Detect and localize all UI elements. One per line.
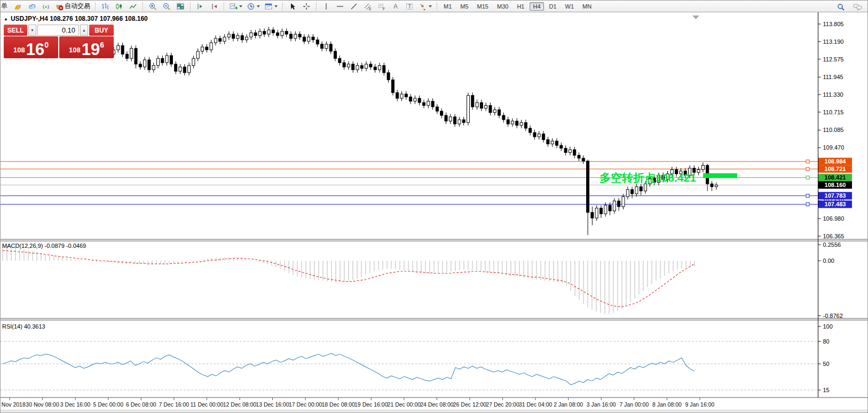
equidistant-channel-tool[interactable]: E (361, 1, 374, 12)
toolbar-separator (190, 2, 191, 11)
hline-handle[interactable] (806, 167, 809, 170)
tile-windows-icon[interactable] (174, 1, 187, 12)
add-indicator-button[interactable] (227, 1, 244, 12)
one-click-trading-panel: SELL ▼ ▲ BUY 108 16 0 108 19 6 (4, 25, 114, 58)
svg-text:113.805: 113.805 (823, 21, 844, 27)
timeframe-M1[interactable]: M1 (440, 2, 455, 11)
svg-text:9 Jan 16:00: 9 Jan 16:00 (685, 401, 715, 408)
rsi-label: RSI(14) 40.3613 (2, 323, 45, 330)
svg-text:109.470: 109.470 (823, 144, 845, 151)
svg-text:108.721: 108.721 (825, 166, 846, 172)
current-price-tag[interactable]: 108.160 (818, 181, 852, 189)
svg-text:80: 80 (823, 338, 830, 345)
auto-scroll-icon[interactable] (194, 1, 207, 12)
svg-text:T: T (408, 3, 412, 10)
rsi-line (3, 353, 695, 385)
arrows-tool[interactable] (417, 1, 433, 12)
toolbar-separator (224, 2, 224, 11)
svg-text:7 Dec 16:00: 7 Dec 16:00 (159, 401, 190, 408)
search-icon[interactable] (834, 2, 847, 12)
collapse-icon[interactable]: ▲ (4, 17, 8, 21)
buy-price-display[interactable]: 108 19 6 (59, 36, 114, 58)
svg-text:107.483: 107.483 (825, 201, 846, 207)
hline-handle[interactable] (806, 160, 809, 163)
zoom-in-icon[interactable] (146, 1, 159, 12)
signal-icon[interactable] (40, 1, 52, 12)
svg-text:30 Nov 08:00: 30 Nov 08:00 (26, 401, 59, 408)
candlesticks (113, 27, 718, 236)
new-order-button[interactable]: 单 (0, 1, 11, 12)
new-order-label: 单 (1, 2, 7, 11)
svg-text:111.330: 111.330 (823, 91, 843, 98)
volume-increase-button[interactable]: ▲ (80, 25, 88, 36)
svg-text:0.00: 0.00 (823, 258, 834, 264)
svg-text:111.945: 111.945 (823, 74, 843, 80)
template-button[interactable] (263, 1, 279, 12)
toolbar-separator (282, 2, 283, 11)
timeframe-M5[interactable]: M5 (457, 2, 471, 11)
svg-text:112.575: 112.575 (823, 56, 844, 63)
price-level-tag[interactable]: 108.721 (818, 165, 852, 173)
volume-decrease-button[interactable]: ▼ (28, 25, 36, 36)
dropdown-arrow-icon (274, 5, 278, 7)
svg-text:113.190: 113.190 (823, 38, 844, 45)
price-level-tag[interactable]: 108.421 (818, 174, 852, 181)
buy-price-sup: 6 (100, 41, 104, 49)
chart-canvas: 多空转折点108.421113.805113.190112.575111.945… (1, 12, 868, 410)
svg-text:3 Jan 16:00: 3 Jan 16:00 (587, 401, 616, 408)
sell-price-display[interactable]: 108 16 0 (4, 36, 58, 58)
text-tool[interactable]: A (389, 1, 402, 12)
timeframe-D1[interactable]: D1 (546, 2, 560, 11)
svg-text:107.783: 107.783 (825, 192, 846, 199)
timeframe-H1[interactable]: H1 (514, 2, 527, 11)
buy-button[interactable]: BUY (89, 25, 114, 36)
svg-text:17 Dec 00:00: 17 Dec 00:00 (289, 401, 322, 408)
hline-handle[interactable] (806, 176, 809, 179)
timeframe-H4[interactable]: H4 (530, 2, 543, 11)
timeframe-W1[interactable]: W1 (562, 2, 578, 11)
svg-text:110.715: 110.715 (823, 109, 844, 115)
zoom-out-icon[interactable] (160, 1, 173, 12)
timeframe-M15[interactable]: M15 (474, 2, 492, 11)
volume-input[interactable] (37, 25, 79, 36)
chart-shift-icon[interactable] (208, 1, 220, 12)
text-label-tool[interactable]: T (403, 1, 416, 12)
svg-text:F: F (383, 7, 385, 11)
chat-icon[interactable] (851, 2, 864, 12)
vertical-line-tool[interactable] (320, 1, 333, 12)
horizontal-line-tool[interactable] (334, 1, 346, 12)
macd-label: MACD(12,26,9) -0.0879 -0.0469 (2, 243, 86, 249)
timeframe-MN[interactable]: MN (579, 2, 595, 11)
chart-shift-marker-icon[interactable] (692, 15, 699, 19)
svg-text:29 Nov 2018: 29 Nov 2018 (1, 401, 26, 408)
line-chart-type-icon[interactable] (127, 1, 139, 12)
toolbar-right-icons (834, 2, 864, 12)
timeframe-M30[interactable]: M30 (494, 2, 511, 11)
timeframe-group: M1M5M15M30H1H4D1W1MN (440, 2, 595, 11)
cloud-icon[interactable] (26, 1, 38, 12)
candlestick-chart-type-icon[interactable] (113, 1, 125, 12)
auto-trading-button[interactable]: 自动交易 (53, 1, 92, 12)
cursor-tool[interactable] (286, 1, 299, 12)
svg-text:A: A (393, 3, 398, 10)
svg-text:13 Dec 16:00: 13 Dec 16:00 (256, 401, 289, 408)
hline-handle[interactable] (806, 194, 809, 197)
svg-text:3 Dec 16:00: 3 Dec 16:00 (60, 401, 91, 408)
toolbar-separator (437, 2, 437, 11)
fibonacci-tool[interactable]: F (375, 1, 388, 12)
bar-chart-type-icon[interactable] (99, 1, 112, 12)
rsi-panel: 100805015RSI(14) 40.3613 (1, 323, 833, 393)
price-level-tag[interactable]: 107.483 (818, 200, 852, 208)
crosshair-tool[interactable] (300, 1, 313, 12)
hline-handle[interactable] (806, 202, 809, 206)
trendline-tool[interactable] (348, 1, 360, 12)
price-level-tag[interactable]: 107.783 (818, 192, 852, 199)
gold-bars-icon[interactable] (12, 1, 25, 12)
price-level-tag[interactable]: 108.984 (818, 158, 852, 165)
svg-text:2 Jan 08:00: 2 Jan 08:00 (554, 401, 583, 408)
time-axis-labels: 29 Nov 201830 Nov 08:003 Dec 16:005 Dec … (1, 398, 715, 408)
toolbar-separator (143, 2, 143, 11)
auto-trading-label: 自动交易 (65, 2, 90, 11)
periods-button[interactable] (245, 1, 262, 12)
sell-button[interactable]: SELL (4, 25, 27, 36)
